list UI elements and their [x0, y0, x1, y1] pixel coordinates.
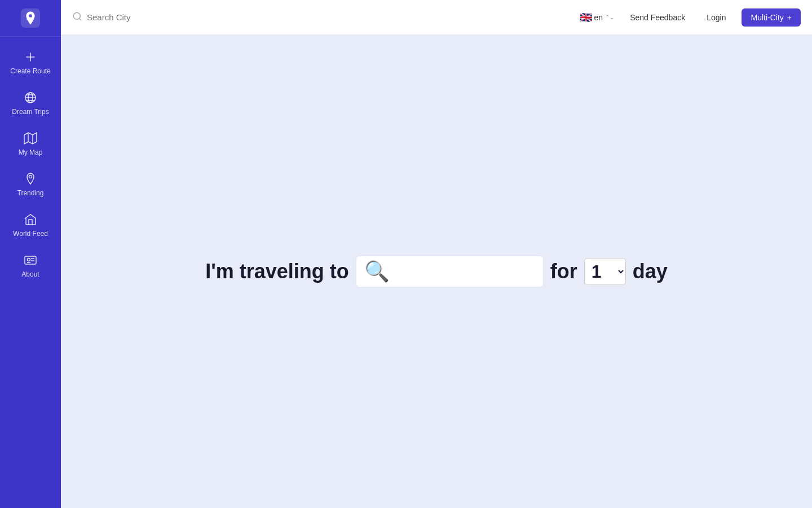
destination-input[interactable]	[394, 266, 535, 277]
sidebar-item-label: Trending	[17, 189, 44, 197]
destination-input-wrap: 🔍	[356, 256, 544, 287]
multi-city-plus-icon: +	[787, 13, 792, 22]
sidebar-item-about[interactable]: About	[0, 246, 61, 286]
plus-icon	[24, 50, 37, 64]
header-right: 🇬🇧 en ⌃⌄ Send Feedback Login Multi-City …	[580, 8, 801, 27]
location-pin-icon	[24, 172, 37, 186]
sidebar-item-label: Create Route	[10, 67, 50, 75]
content-area: I'm traveling to 🔍 for 1 2 3 4 5 6 7 8 9…	[61, 35, 812, 508]
globe-icon	[24, 91, 37, 104]
language-selector[interactable]: 🇬🇧 en ⌃⌄	[580, 11, 615, 24]
svg-point-12	[28, 259, 30, 261]
sidebar-item-label: Dream Trips	[12, 108, 48, 116]
travel-suffix-text: day	[633, 260, 668, 283]
svg-line-17	[79, 18, 81, 20]
sidebar: Create Route Dream Trips My Map Trending	[0, 0, 61, 508]
magnifier-emoji: 🔍	[364, 260, 390, 283]
lang-label: en	[594, 13, 603, 22]
sidebar-item-create-route[interactable]: Create Route	[0, 42, 61, 83]
sidebar-item-my-map[interactable]: My Map	[0, 124, 61, 164]
sidebar-logo	[0, 0, 61, 37]
header: 🇬🇧 en ⌃⌄ Send Feedback Login Multi-City …	[61, 0, 812, 35]
multi-city-label: Multi-City	[751, 13, 783, 22]
sidebar-item-label: World Feed	[13, 230, 48, 238]
send-feedback-button[interactable]: Send Feedback	[624, 10, 691, 25]
sidebar-item-label: About	[21, 270, 39, 278]
map-icon	[24, 132, 37, 145]
multi-city-button[interactable]: Multi-City +	[742, 8, 801, 27]
app-logo-icon	[20, 7, 41, 29]
search-icon	[72, 11, 82, 24]
home-icon	[24, 213, 37, 226]
search-area	[72, 11, 580, 24]
sidebar-item-label: My Map	[19, 148, 43, 156]
id-card-icon	[24, 253, 37, 267]
sidebar-item-world-feed[interactable]: World Feed	[0, 205, 61, 246]
sidebar-item-trending[interactable]: Trending	[0, 164, 61, 205]
flag-icon: 🇬🇧	[580, 11, 592, 24]
travel-midfix-text: for	[550, 260, 577, 283]
search-input[interactable]	[87, 12, 256, 22]
main-area: 🇬🇧 en ⌃⌄ Send Feedback Login Multi-City …	[61, 0, 812, 508]
svg-marker-8	[24, 133, 37, 144]
travel-form: I'm traveling to 🔍 for 1 2 3 4 5 6 7 8 9…	[205, 256, 668, 287]
login-button[interactable]: Login	[701, 10, 731, 25]
chevron-up-down-icon: ⌃⌄	[605, 14, 614, 20]
days-select[interactable]: 1 2 3 4 5 6 7 8 9 10	[584, 258, 626, 285]
travel-prefix-text: I'm traveling to	[205, 260, 349, 283]
sidebar-item-dream-trips[interactable]: Dream Trips	[0, 83, 61, 124]
